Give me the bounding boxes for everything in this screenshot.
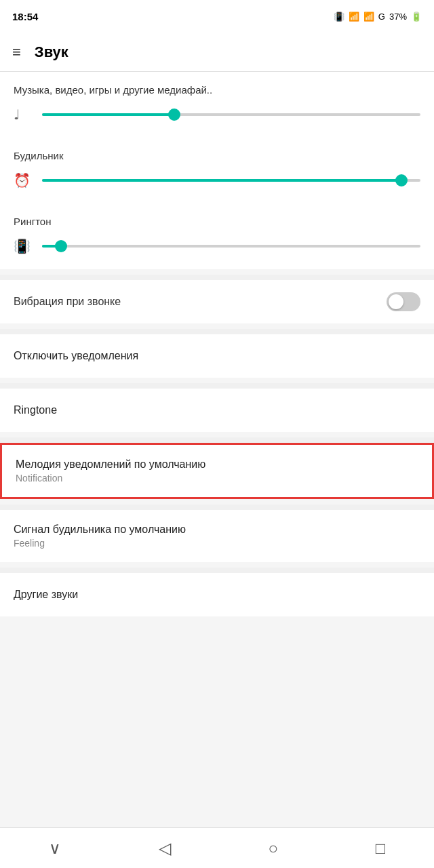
alarm-tone-subtitle: Feeling [14, 538, 420, 549]
vibration-toggle-row[interactable]: Вибрация при звонке [0, 280, 434, 323]
alarm-icon: ⏰ [14, 172, 33, 189]
media-slider-thumb[interactable] [168, 108, 180, 121]
ringtone-row[interactable]: Ringtone [0, 389, 434, 432]
notification-tone-section: Мелодия уведомлений по умолчанию Notific… [0, 443, 434, 499]
status-time: 18:54 [12, 11, 38, 22]
vibration-toggle[interactable] [387, 292, 420, 311]
vibrate-icon: 📳 [334, 12, 344, 22]
ringtone-label: Ringtone [14, 404, 420, 416]
nav-bar: ∨ ◁ ○ □ [0, 827, 434, 868]
divider-6 [0, 568, 434, 573]
divider-1 [0, 275, 434, 280]
status-bar: 18:54 📳 📶 📶 G 37% 🔋 [0, 0, 434, 33]
media-volume-row: Музыка, видео, игры и другие медиафай.. … [0, 72, 434, 138]
notification-tone-row[interactable]: Мелодия уведомлений по умолчанию Notific… [0, 443, 434, 499]
app-bar: ≡ Звук [0, 33, 434, 72]
ringtone-slider-track [42, 245, 420, 248]
vibrate-small-icon: 📳 [14, 238, 33, 254]
alarm-volume-row: Будильник ⏰ [0, 138, 434, 203]
divider-3 [0, 383, 434, 389]
alarm-slider-fill [42, 179, 401, 182]
media-slider-fill [42, 113, 174, 116]
media-slider[interactable] [42, 113, 420, 116]
g-icon: G [378, 12, 385, 22]
other-sounds-label: Другие звуки [14, 589, 420, 601]
ringtone-volume-row: Рингтон 📳 [0, 203, 434, 269]
music-icon: ♩ [14, 106, 33, 123]
alarm-tone-row[interactable]: Сигнал будильника по умолчанию Feeling [0, 510, 434, 562]
divider-2 [0, 329, 434, 334]
divider-4 [0, 437, 434, 443]
app-bar-title: Звук [35, 43, 68, 61]
media-slider-row[interactable]: ♩ [14, 104, 420, 131]
dnd-label: Отключить уведомления [14, 350, 420, 362]
other-sounds-row[interactable]: Другие звуки [0, 573, 434, 616]
alarm-slider-row[interactable]: ⏰ [14, 170, 420, 197]
dnd-row[interactable]: Отключить уведомления [0, 334, 434, 378]
notification-tone-label: Мелодия уведомлений по умолчанию [16, 458, 418, 471]
alarm-slider[interactable] [42, 179, 420, 182]
alarm-volume-label: Будильник [14, 150, 420, 161]
hamburger-icon[interactable]: ≡ [12, 43, 21, 61]
wifi-icon: 📶 [349, 12, 359, 22]
battery-icon: 🔋 [411, 12, 422, 22]
bottom-spacer [0, 622, 434, 668]
notification-tone-subtitle: Notification [16, 473, 418, 484]
status-icons: 📳 📶 📶 G 37% 🔋 [334, 12, 422, 22]
other-sounds-section: Другие звуки [0, 573, 434, 616]
media-volume-label: Музыка, видео, игры и другие медиафай.. [14, 84, 420, 96]
nav-back-icon[interactable]: ◁ [159, 839, 171, 858]
ringtone-slider-row[interactable]: 📳 [14, 235, 420, 262]
nav-home-icon[interactable]: ○ [268, 839, 278, 858]
ringtone-slider-thumb[interactable] [55, 240, 67, 252]
dnd-section: Отключить уведомления [0, 334, 434, 378]
nav-chevron-icon[interactable]: ∨ [49, 839, 61, 858]
vibration-label: Вибрация при звонке [14, 296, 121, 308]
alarm-tone-section: Сигнал будильника по умолчанию Feeling [0, 510, 434, 562]
battery-percent: 37% [389, 12, 407, 22]
ringtone-volume-label: Рингтон [14, 216, 420, 227]
signal-icon: 📶 [363, 12, 374, 22]
vibration-section: Вибрация при звонке [0, 280, 434, 323]
ringtone-slider[interactable] [42, 245, 420, 248]
alarm-slider-thumb[interactable] [395, 174, 408, 186]
ringtone-section: Ringtone [0, 389, 434, 432]
alarm-tone-label: Сигнал будильника по умолчанию [14, 524, 420, 536]
nav-recents-icon[interactable]: □ [376, 839, 386, 858]
volume-section: Музыка, видео, игры и другие медиафай.. … [0, 72, 434, 269]
divider-5 [0, 505, 434, 510]
